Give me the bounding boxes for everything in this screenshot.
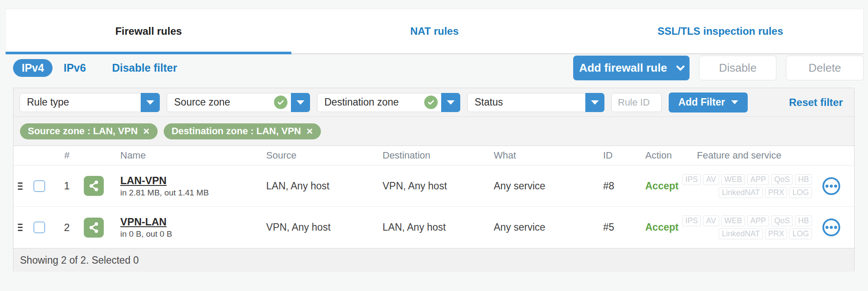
badge-linkednat: LinkedNAT [719, 187, 763, 198]
chevron-down-icon [676, 62, 685, 71]
status-dropdown[interactable]: Status [467, 93, 604, 112]
badge-hb: HB [795, 215, 812, 226]
chevron-down-icon[interactable] [585, 93, 604, 112]
row-number: 1 [52, 180, 82, 192]
rule-name-link[interactable]: LAN-VPN [120, 175, 167, 187]
badge-web: WEB [721, 215, 745, 226]
rule-id-input[interactable] [611, 93, 662, 112]
header-action: Action [632, 150, 688, 161]
badge-av: AV [703, 174, 719, 185]
header-source: Source [264, 150, 380, 161]
more-options-icon[interactable] [822, 177, 840, 195]
rule-traffic: in 0 B, out 0 B [120, 229, 264, 239]
add-firewall-rule-label: Add firewall rule [579, 61, 667, 75]
rule-type-dropdown-label: Rule type [20, 96, 141, 108]
check-circle-icon [274, 96, 287, 109]
table-row: 1 LAN-VPN in 2.81 MB, out 1.41 MB LAN, A… [13, 165, 854, 207]
reset-filter-link[interactable]: Reset filter [789, 96, 843, 109]
badge-hb: HB [795, 174, 812, 185]
feature-badges: IPS AV WEB APP QoS HB LinkedNAT PRX LOG [688, 215, 818, 239]
destination-zone-dropdown[interactable]: Destination zone [317, 93, 460, 112]
chevron-down-icon[interactable] [441, 93, 460, 112]
badge-prx: PRX [765, 228, 787, 239]
filter-chip-label: Source zone : LAN, VPN [28, 126, 138, 137]
badge-av: AV [703, 215, 719, 226]
firewall-rules-panel: Rule type Source zone Destination zone S… [13, 88, 855, 271]
rule-what: Any service [491, 222, 600, 233]
more-options-icon[interactable] [822, 218, 840, 236]
add-filter-label: Add Filter [678, 96, 725, 108]
rule-destination: VPN, Any host [380, 180, 491, 192]
rule-destination: LAN, Any host [380, 222, 491, 233]
source-zone-dropdown[interactable]: Source zone [167, 93, 310, 112]
row-checkbox[interactable] [33, 222, 45, 233]
badge-ips: IPS [682, 215, 701, 226]
badge-prx: PRX [765, 187, 787, 198]
header-feature-and-service: Feature and service [688, 150, 818, 161]
rule-id: #5 [600, 222, 632, 233]
header-name: Name [120, 150, 264, 161]
filter-chip-label: Destination zone : LAN, VPN [172, 126, 301, 137]
badge-qos: QoS [771, 215, 793, 226]
badge-log: LOG [789, 228, 812, 239]
rule-id: #8 [600, 180, 632, 192]
status-dropdown-label: Status [468, 96, 585, 108]
badge-app: APP [747, 174, 769, 185]
tab-firewall-rules[interactable]: Firewall rules [6, 9, 291, 53]
tab-ssl-tls-inspection-rules[interactable]: SSL/TLS inspection rules [578, 9, 863, 53]
table-footer: Showing 2 of 2. Selected 0 [13, 248, 854, 272]
add-firewall-rule-button[interactable]: Add firewall rule [573, 56, 690, 80]
toolbar: IPv4 IPv6 Disable filter Add firewall ru… [13, 55, 864, 81]
share-icon [84, 218, 104, 238]
chevron-down-icon [731, 100, 738, 104]
header-id: ID [600, 150, 632, 161]
drag-handle-icon[interactable] [16, 222, 24, 233]
badge-app: APP [747, 215, 769, 226]
tab-bar: Firewall rules NAT rules SSL/TLS inspect… [5, 9, 864, 54]
rule-source: VPN, Any host [264, 222, 380, 233]
rule-action: Accept [632, 222, 688, 233]
row-checkbox[interactable] [33, 180, 45, 192]
table-header: # Name Source Destination What ID Action… [13, 146, 854, 165]
rule-type-dropdown[interactable]: Rule type [20, 93, 160, 112]
row-count-summary: Showing 2 of 2. Selected 0 [20, 255, 139, 266]
rule-what: Any service [491, 180, 600, 192]
add-filter-button[interactable]: Add Filter [669, 93, 748, 112]
rule-name-link[interactable]: VPN-LAN [120, 216, 167, 228]
delete-button[interactable]: Delete [786, 56, 864, 80]
rule-action: Accept [632, 180, 688, 192]
close-icon[interactable]: ✕ [306, 126, 313, 136]
chevron-down-icon[interactable] [141, 93, 160, 112]
tab-nat-rules[interactable]: NAT rules [291, 9, 577, 53]
filter-chip-source-zone[interactable]: Source zone : LAN, VPN ✕ [20, 123, 158, 139]
filter-chip-destination-zone[interactable]: Destination zone : LAN, VPN ✕ [164, 123, 321, 139]
disable-button[interactable]: Disable [699, 56, 776, 80]
table-row: 2 VPN-LAN in 0 B, out 0 B VPN, Any host … [13, 207, 854, 248]
source-zone-dropdown-label: Source zone [167, 96, 274, 108]
filter-chips-strip: Source zone : LAN, VPN ✕ Destination zon… [13, 117, 854, 146]
close-icon[interactable]: ✕ [143, 126, 150, 136]
rule-source: LAN, Any host [264, 180, 380, 192]
destination-zone-dropdown-label: Destination zone [317, 96, 424, 108]
share-icon [84, 176, 104, 196]
badge-linkednat: LinkedNAT [719, 228, 763, 239]
badge-qos: QoS [771, 174, 793, 185]
disable-filter-link[interactable]: Disable filter [112, 62, 177, 74]
header-what: What [491, 150, 600, 161]
badge-ips: IPS [682, 174, 701, 185]
row-number: 2 [52, 222, 82, 234]
filter-strip: Rule type Source zone Destination zone S… [13, 88, 854, 117]
check-circle-icon [424, 96, 438, 109]
drag-handle-icon[interactable] [16, 181, 24, 192]
ipv4-toggle[interactable]: IPv4 [13, 59, 53, 77]
header-destination: Destination [380, 150, 491, 161]
badge-web: WEB [721, 174, 745, 185]
header-num: # [52, 150, 82, 161]
chevron-down-icon[interactable] [291, 93, 310, 112]
badge-log: LOG [789, 187, 812, 198]
rule-traffic: in 2.81 MB, out 1.41 MB [120, 188, 264, 198]
feature-badges: IPS AV WEB APP QoS HB LinkedNAT PRX LOG [688, 174, 818, 198]
ipv6-toggle[interactable]: IPv6 [63, 62, 86, 74]
